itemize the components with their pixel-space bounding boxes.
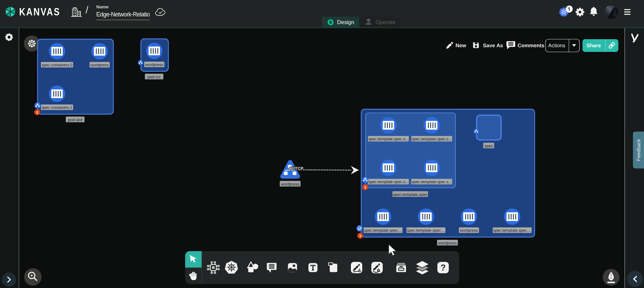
svg-text:3: 3 [364,186,366,190]
svg-text:wordpress: wordpress [438,241,457,245]
svg-text:spec: spec [484,144,493,148]
svg-text:spec.template.spec: spec.template.spec [393,192,427,197]
svg-text:wordpress: wordpress [145,63,163,67]
svg-text:spec.containers.0: spec.containers.0 [42,63,72,67]
svg-text:2: 2 [36,111,38,115]
svg-text:wordpress: wordpress [90,63,109,67]
svg-text:Actions: Actions [548,43,566,49]
svg-text:New: New [455,43,467,49]
svg-text:spec.template.spec.s...: spec.template.spec.s... [368,180,409,184]
svg-text:pod-skd: pod-skd [68,118,83,122]
svg-text:?: ? [440,263,446,273]
svg-text:spec.template.spec.s...: spec.template.spec.s... [368,137,409,141]
svg-text:wordpress: wordpress [460,228,478,233]
svg-text:Share: Share [586,43,601,49]
svg-text:pod-rcc: pod-rcc [147,75,161,79]
svg-text:80/TCP: 80/TCP [289,166,303,171]
svg-text:Comments: Comments [518,43,544,49]
svg-text:spec.template.spec.s...: spec.template.spec.s... [412,180,452,184]
svg-text:Feedback: Feedback [636,139,642,161]
svg-text:spec.template.spec....: spec.template.spec.... [364,228,402,233]
svg-text:spec.template.spec....: spec.template.spec.... [493,228,531,233]
svg-text:spec.containers.1: spec.containers.1 [42,105,72,110]
svg-text:Save As: Save As [483,43,503,49]
svg-text:spec.template.spec....: spec.template.spec.... [407,228,445,233]
svg-text:wordpress: wordpress [280,182,299,187]
svg-text:3: 3 [359,234,361,238]
svg-text:spec.template.spec.s...: spec.template.spec.s... [412,137,452,141]
